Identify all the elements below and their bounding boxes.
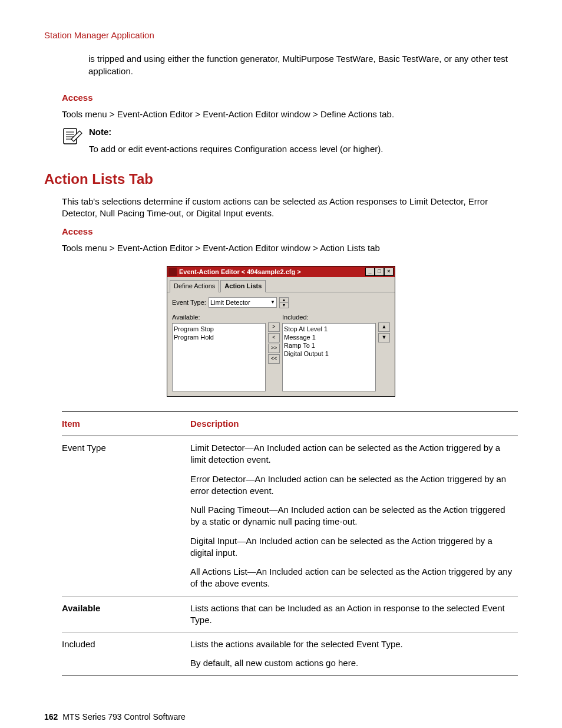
- footer-title: MTS Series 793 Control Software: [62, 712, 186, 722]
- maximize-button[interactable]: □: [375, 268, 384, 276]
- description-block: Null Pacing Timeout—An Included action c…: [190, 504, 513, 528]
- event-type-label: Event Type:: [172, 298, 206, 307]
- list-item[interactable]: Message 1: [284, 333, 374, 341]
- tab-define-actions[interactable]: Define Actions: [170, 280, 219, 292]
- move-all-left-button[interactable]: <<: [268, 354, 280, 364]
- table-row: Event TypeLimit Detector—An Included act…: [62, 436, 518, 597]
- available-listbox[interactable]: Program StopProgram Hold: [172, 323, 266, 391]
- description-block: Error Detector—An Included action can be…: [190, 473, 513, 498]
- available-label: Available:: [172, 313, 266, 322]
- page-footer: 162 MTS Series 793 Control Software: [44, 711, 518, 723]
- description-block: Limit Detector—An Included action can be…: [190, 442, 513, 466]
- event-type-dropdown[interactable]: Limit Detector ▼: [209, 297, 277, 308]
- move-left-button[interactable]: <: [268, 333, 280, 342]
- titlebar: Event-Action Editor < 494sample2.cfg > _…: [167, 266, 395, 277]
- note-label: Note:: [89, 126, 518, 138]
- included-listbox[interactable]: Stop At Level 1Message 1Ramp To 1Digital…: [282, 323, 376, 391]
- included-label: Included:: [282, 313, 376, 322]
- event-type-value: Limit Detector: [210, 298, 250, 307]
- row-description: Lists the actions available for the sele…: [190, 633, 518, 676]
- list-item[interactable]: Ramp To 1: [284, 341, 374, 350]
- access-label-1: Access: [62, 92, 518, 104]
- row-description: Limit Detector—An Included action can be…: [190, 436, 518, 597]
- tab-row: Define Actions Action Lists: [167, 277, 395, 292]
- table-header-item: Item: [62, 411, 190, 436]
- close-button[interactable]: ×: [384, 268, 394, 276]
- spinner-up-icon[interactable]: ▲: [280, 298, 288, 303]
- list-item[interactable]: Stop At Level 1: [284, 325, 374, 333]
- move-right-button[interactable]: >: [268, 322, 280, 332]
- minimize-button[interactable]: _: [365, 268, 375, 276]
- move-up-button[interactable]: ▲: [378, 322, 390, 332]
- page-number: 162: [44, 712, 58, 722]
- window-title: Event-Action Editor < 494sample2.cfg >: [179, 268, 365, 276]
- continuation-paragraph: is tripped and using either the function…: [88, 53, 518, 77]
- app-icon: [168, 268, 177, 276]
- spinner-down-icon[interactable]: ▼: [280, 303, 288, 308]
- row-description: Lists actions that can be Included as an…: [190, 596, 518, 633]
- list-item[interactable]: Program Hold: [174, 333, 264, 341]
- description-block: All Actions List—An Included action can …: [190, 566, 513, 590]
- table-row: IncludedLists the actions available for …: [62, 633, 518, 676]
- note-text: To add or edit event-actions requires Co…: [89, 143, 518, 155]
- access-path-2: Tools menu > Event-Action Editor > Event…: [62, 242, 518, 254]
- description-block: By default, all new custom actions go he…: [190, 657, 513, 669]
- tab-action-lists[interactable]: Action Lists: [220, 280, 266, 292]
- row-item: Available: [62, 596, 190, 633]
- running-header: Station Manager Application: [44, 29, 518, 41]
- description-block: Digital Input—An Included action can be …: [190, 535, 513, 559]
- section-intro: This tab's selections determine if custo…: [62, 196, 518, 220]
- row-item: Event Type: [62, 436, 190, 597]
- table-row: AvailableLists actions that can be Inclu…: [62, 596, 518, 633]
- move-down-button[interactable]: ▼: [378, 333, 390, 342]
- note-icon: [62, 126, 84, 149]
- access-label-2: Access: [62, 226, 518, 238]
- chevron-down-icon: ▼: [270, 299, 275, 306]
- row-item: Included: [62, 633, 190, 676]
- event-type-spinner[interactable]: ▲ ▼: [279, 297, 289, 308]
- event-action-editor-window: Event-Action Editor < 494sample2.cfg > _…: [167, 266, 395, 397]
- list-item[interactable]: Program Stop: [174, 325, 264, 333]
- move-all-right-button[interactable]: >>: [268, 344, 280, 353]
- section-heading: Action Lists Tab: [44, 170, 518, 189]
- description-block: Lists the actions available for the sele…: [190, 638, 513, 650]
- description-block: Lists actions that can be Included as an…: [190, 602, 513, 627]
- table-header-description: Description: [190, 411, 518, 436]
- description-table: Item Description Event TypeLimit Detecto…: [62, 411, 518, 676]
- access-path-1: Tools menu > Event-Action Editor > Event…: [62, 108, 518, 120]
- note-block: Note: To add or edit event-actions requi…: [62, 126, 518, 155]
- list-item[interactable]: Digital Output 1: [284, 350, 374, 358]
